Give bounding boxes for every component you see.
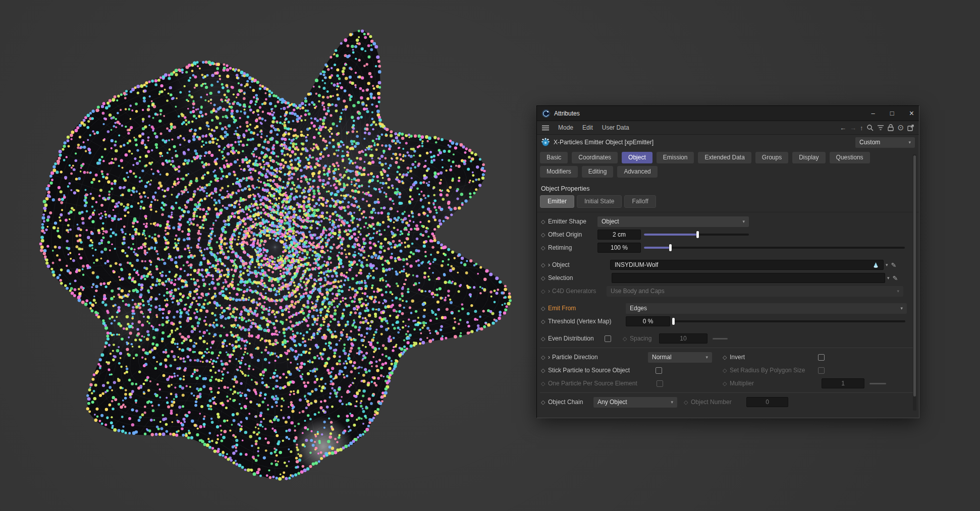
tab-display[interactable]: Display	[792, 152, 825, 163]
menu-mode[interactable]: Mode	[558, 124, 573, 131]
tab-emission[interactable]: Emission	[657, 152, 694, 163]
threshold-row: ◇ Threshold (Vertex Map) 0 %	[541, 315, 915, 328]
object-label: Object	[552, 261, 610, 268]
key-diamond-icon: ◇	[723, 367, 730, 374]
panel-title: Attributes	[554, 110, 580, 117]
scrollbar-thumb[interactable]	[913, 155, 916, 396]
cone-object-icon	[873, 262, 879, 268]
menu-edit[interactable]: Edit	[582, 124, 593, 131]
threshold-slider[interactable]	[673, 318, 905, 325]
search-icon[interactable]	[866, 124, 874, 131]
tab-questions[interactable]: Questions	[830, 152, 870, 163]
tab-basic[interactable]: Basic	[540, 152, 568, 163]
even-distribution-checkbox[interactable]	[605, 335, 611, 342]
chevron-down-icon[interactable]: ▾	[887, 275, 890, 280]
one-particle-label: One Particle Per Source Element	[548, 380, 657, 387]
even-distribution-label: Even Distribution	[548, 335, 605, 342]
emit-from-dropdown[interactable]: Edges ▾	[626, 303, 907, 314]
particle-direction-dropdown[interactable]: Normal ▾	[648, 352, 712, 363]
offset-origin-input[interactable]: 2 cm	[597, 230, 641, 240]
filter-icon[interactable]	[877, 125, 884, 131]
one-particle-checkbox	[657, 380, 663, 387]
c4d-generators-label: C4D Generators	[552, 288, 607, 295]
threshold-input[interactable]: 0 %	[626, 316, 670, 326]
particle-direction-row: ◇ › Particle Direction Normal ▾ ◇ Invert	[541, 351, 915, 364]
emitter-shape-dropdown[interactable]: Object ▾	[597, 216, 749, 227]
chevron-down-icon[interactable]: ▾	[886, 262, 888, 267]
key-diamond-icon[interactable]: ◇	[541, 218, 548, 225]
object-number-label: Object Number	[691, 399, 739, 406]
falloff-button[interactable]: Falloff	[624, 195, 656, 208]
set-radius-group: ◇ Set Radius By Polygon Size	[723, 367, 805, 374]
key-diamond-icon[interactable]: ◇	[541, 305, 548, 312]
object-header: X-Particles Emitter Object [xpEmitter] C…	[537, 135, 919, 150]
even-distribution-row: ◇ Even Distribution ◇ Spacing 10	[541, 332, 915, 345]
hamburger-menu-icon[interactable]	[542, 125, 549, 131]
tab-advanced[interactable]: Advanced	[617, 166, 657, 178]
key-diamond-icon[interactable]: ◇	[541, 275, 548, 281]
key-diamond-icon[interactable]: ◇	[541, 232, 548, 238]
maximize-button[interactable]: □	[890, 110, 894, 117]
retiming-input[interactable]: 100 %	[597, 243, 641, 253]
emitter-shape-label: Emitter Shape	[548, 218, 597, 225]
object-chain-dropdown[interactable]: Any Object ▾	[593, 397, 677, 408]
tab-modifiers[interactable]: Modifiers	[540, 166, 578, 178]
eyedropper-icon[interactable]: ✎	[893, 274, 898, 282]
lock-icon[interactable]	[888, 124, 894, 131]
spacing-input: 10	[659, 333, 707, 344]
back-arrow-icon[interactable]: ←	[840, 124, 846, 132]
key-diamond-icon[interactable]: ◇	[541, 367, 548, 374]
key-diamond-icon[interactable]: ◇	[541, 245, 548, 251]
eyedropper-icon[interactable]: ✎	[891, 261, 897, 269]
retiming-label: Retiming	[548, 244, 597, 251]
target-icon[interactable]: ⊙	[897, 123, 904, 132]
object-chain-label: Object Chain	[548, 399, 593, 406]
popout-icon[interactable]	[907, 125, 914, 131]
tab-coordinates[interactable]: Coordinates	[572, 152, 618, 163]
preset-dropdown[interactable]: Custom ▾	[855, 137, 915, 148]
spacing-slider	[713, 338, 728, 339]
scrollbar[interactable]	[913, 154, 916, 411]
set-radius-checkbox	[818, 367, 825, 374]
mode-buttons: Emitter Initial State Falloff	[537, 193, 919, 212]
tab-editing[interactable]: Editing	[582, 166, 614, 178]
key-diamond-icon[interactable]: ◇	[723, 354, 730, 361]
disclosure-icon[interactable]: ›	[548, 354, 550, 361]
multiplier-slider	[869, 383, 886, 384]
key-diamond-icon[interactable]: ◇	[541, 354, 548, 361]
disclosure-icon: ›	[548, 288, 550, 295]
up-arrow-icon[interactable]: ↑	[860, 124, 863, 132]
initial-state-button[interactable]: Initial State	[577, 195, 622, 208]
xpemitter-icon	[541, 138, 550, 147]
tab-groups[interactable]: Groups	[755, 152, 788, 163]
offset-origin-slider[interactable]	[644, 231, 749, 238]
forward-arrow-icon[interactable]: →	[850, 124, 856, 132]
key-diamond-icon[interactable]: ◇	[541, 335, 548, 342]
key-diamond-icon[interactable]: ◇	[541, 262, 548, 268]
disclosure-icon[interactable]: ›	[548, 261, 550, 268]
retiming-slider[interactable]	[644, 244, 905, 251]
object-chain-value: Any Object	[597, 399, 627, 406]
emit-from-label: Emit From	[548, 305, 626, 312]
properties: ◇ Emitter Shape Object ▾ ◇ Offset Origin…	[537, 212, 919, 409]
close-button[interactable]: ×	[909, 109, 914, 118]
object-row: ◇ › Object INSYDIUM-Wolf ▾ ✎	[541, 258, 915, 271]
key-diamond-icon[interactable]: ◇	[541, 399, 548, 406]
invert-checkbox[interactable]	[818, 354, 825, 361]
key-diamond-icon[interactable]: ◇	[541, 318, 548, 325]
stick-particle-checkbox[interactable]	[656, 367, 662, 374]
key-diamond-icon: ◇	[541, 380, 548, 387]
preset-value: Custom	[859, 139, 880, 146]
selection-link-field[interactable]	[612, 273, 885, 283]
emitter-button[interactable]: Emitter	[540, 195, 574, 208]
one-particle-row: ◇ One Particle Per Source Element ◇ Mult…	[541, 377, 915, 390]
object-number-input: 0	[746, 397, 788, 407]
object-link-field[interactable]: INSYDIUM-Wolf	[610, 260, 884, 270]
tab-object[interactable]: Object	[622, 152, 652, 163]
spacing-group: ◇ Spacing 10	[623, 333, 728, 344]
multiplier-group: ◇ Multiplier 1	[723, 378, 886, 388]
titlebar[interactable]: Attributes – □ ×	[537, 106, 919, 121]
menu-user-data[interactable]: User Data	[602, 124, 629, 131]
minimize-button[interactable]: –	[872, 110, 875, 117]
tab-extended-data[interactable]: Extended Data	[698, 152, 751, 163]
